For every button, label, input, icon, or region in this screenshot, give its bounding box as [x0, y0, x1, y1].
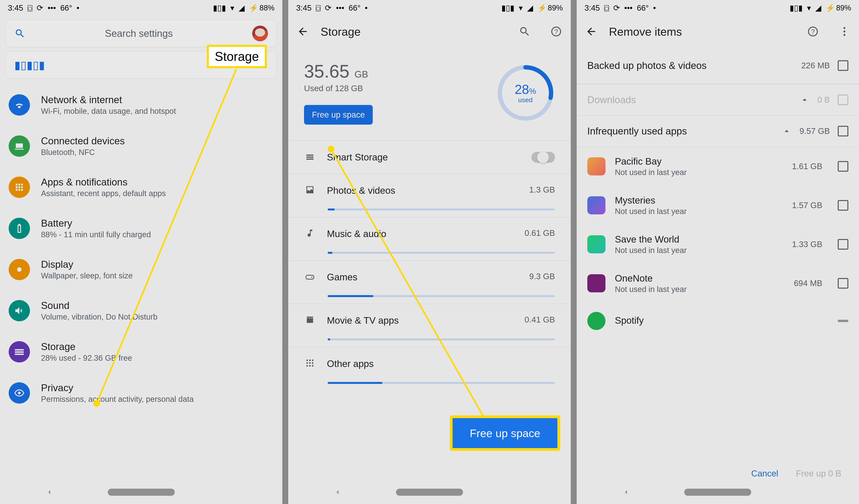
home-pill[interactable]	[684, 489, 751, 496]
chevron-up-icon[interactable]	[800, 95, 810, 105]
app-checkbox[interactable]	[838, 278, 848, 289]
app-name: Spotify	[615, 315, 813, 326]
usage-bar	[328, 208, 555, 210]
section-label: Downloads	[587, 94, 792, 106]
storage-icon	[9, 341, 30, 362]
app-checkbox[interactable]	[838, 200, 848, 211]
row-label: Music & audio	[327, 229, 513, 239]
usage-bar	[328, 382, 555, 384]
search-icon	[14, 28, 26, 39]
profile-avatar[interactable]	[252, 26, 268, 41]
volume-icon	[9, 300, 30, 321]
page-title: Remove items	[609, 25, 795, 38]
overflow-icon[interactable]	[839, 26, 850, 37]
free-up-space-button-small[interactable]: Free up space	[304, 105, 373, 125]
smart-storage-toggle[interactable]	[531, 152, 555, 163]
search-placeholder: Search settings	[32, 28, 245, 39]
svg-point-4	[18, 392, 21, 394]
callout-dot	[93, 400, 100, 407]
row-value: 0.61 GB	[525, 229, 555, 238]
vibrate-icon: ▮▯▮	[213, 3, 226, 12]
search-settings[interactable]: Search settings	[5, 20, 277, 47]
app-size: 1.61 GB	[792, 162, 822, 171]
app-name: OneNote	[615, 273, 785, 284]
storage-row-movie[interactable]: Movie & TV apps 0.41 GB	[288, 304, 571, 347]
app-name: Save the World	[615, 234, 783, 245]
app-row-0[interactable]: Pacific Bay Not used in last year 1.61 G…	[577, 147, 859, 186]
smart-icon	[304, 152, 316, 163]
app-sub: Not used in last year	[615, 168, 783, 177]
section-checkbox[interactable]	[838, 126, 848, 137]
cancel-button[interactable]: Cancel	[751, 469, 778, 478]
settings-row-privacy[interactable]: Privacy Permissions, account activity, p…	[0, 372, 282, 413]
svg-text:?: ?	[811, 28, 815, 35]
svg-point-18	[309, 365, 311, 366]
free-up-button[interactable]: Free up 0 B	[796, 469, 841, 478]
row-subtitle: 28% used - 92.36 GB free	[41, 353, 132, 362]
app-checkbox[interactable]	[838, 161, 848, 172]
weather: 66°	[60, 3, 72, 12]
row-label: Games	[327, 272, 518, 283]
app-size: 694 MB	[794, 279, 822, 288]
svg-point-2	[16, 351, 17, 352]
section-checkbox[interactable]	[838, 95, 848, 105]
back-icon[interactable]	[585, 26, 597, 37]
row-subtitle: Wallpaper, sleep, font size	[41, 271, 133, 280]
storage-row-other[interactable]: Other apps	[288, 347, 571, 391]
svg-text:?: ?	[554, 28, 558, 35]
settings-row-devices[interactable]: Connected devices Bluetooth, NFC	[0, 125, 282, 167]
search-icon[interactable]	[519, 26, 531, 37]
settings-row-apps[interactable]: Apps & notifications Assistant, recent a…	[0, 167, 282, 208]
app-row-2[interactable]: Save the World Not used in last year 1.3…	[577, 225, 859, 264]
usage-ring: 28% used	[496, 63, 555, 123]
row-subtitle: Wi-Fi, mobile, data usage, and hotspot	[41, 107, 176, 115]
section-checkbox[interactable]	[838, 60, 848, 71]
row-subtitle: Bluetooth, NFC	[41, 148, 125, 157]
sync-icon: ⟳	[37, 3, 43, 12]
app-row-3[interactable]: OneNote Not used in last year 694 MB	[577, 264, 859, 303]
svg-point-14	[306, 362, 308, 364]
svg-point-12	[309, 360, 311, 361]
remove-section-1[interactable]: Downloads 0 B	[577, 84, 859, 115]
more-icon: •••	[48, 3, 56, 12]
home-pill[interactable]	[396, 489, 463, 496]
remove-section-2[interactable]: Infrequently used apps 9.57 GB	[577, 115, 859, 147]
home-pill[interactable]	[108, 489, 175, 496]
clock: 3:45	[585, 3, 600, 12]
storage-row-game[interactable]: Games 9.3 GB	[288, 261, 571, 304]
app-checkbox[interactable]	[838, 239, 848, 250]
row-label: Smart Storage	[327, 152, 520, 163]
chevron-up-icon[interactable]	[782, 126, 792, 136]
help-icon[interactable]: ?	[807, 26, 819, 37]
help-icon[interactable]: ?	[550, 26, 562, 37]
clock: 3:45	[296, 3, 312, 12]
settings-row-brightness[interactable]: Display Wallpaper, sleep, font size	[0, 249, 282, 290]
remove-section-0[interactable]: Backed up photos & videos 226 MB	[577, 47, 859, 84]
back-icon[interactable]	[45, 488, 53, 496]
free-up-space-button-big[interactable]: Free up space	[450, 415, 560, 451]
app-icon	[587, 196, 605, 215]
settings-row-wifi[interactable]: Network & internet Wi-Fi, mobile, data u…	[0, 84, 282, 125]
settings-row-battery[interactable]: Battery 88% - 11 min until fully charged	[0, 208, 282, 249]
back-icon[interactable]	[334, 488, 342, 496]
settings-row-volume[interactable]: Sound Volume, vibration, Do Not Disturb	[0, 290, 282, 331]
row-title: Privacy	[41, 382, 194, 394]
gesture-nav[interactable]	[288, 481, 571, 504]
gesture-nav[interactable]	[0, 481, 282, 504]
back-icon[interactable]	[622, 488, 630, 496]
status-bar: 3:45 ⌼ ⟳ ••• 66° • ▮▯▮ ▾ ◢ ⚡88%	[0, 0, 282, 16]
app-row-4[interactable]: Spotify	[577, 303, 859, 339]
usage-bar	[328, 338, 555, 341]
section-label: Backed up photos & videos	[587, 60, 794, 71]
row-subtitle: Assistant, recent apps, default apps	[41, 189, 166, 198]
svg-point-19	[312, 365, 314, 366]
settings-row-storage[interactable]: Storage 28% used - 92.36 GB free	[0, 331, 282, 372]
storage-row-photo[interactable]: Photos & videos 1.3 GB	[288, 174, 571, 217]
app-row-1[interactable]: Mysteries Not used in last year 1.57 GB	[577, 186, 859, 225]
row-subtitle: Permissions, account activity, personal …	[41, 395, 194, 404]
storage-row-music[interactable]: Music & audio 0.61 GB	[288, 217, 571, 261]
gesture-nav[interactable]	[577, 481, 859, 504]
back-icon[interactable]	[297, 26, 309, 37]
row-label: Photos & videos	[327, 185, 518, 196]
battery-status: ⚡88%	[249, 3, 274, 12]
